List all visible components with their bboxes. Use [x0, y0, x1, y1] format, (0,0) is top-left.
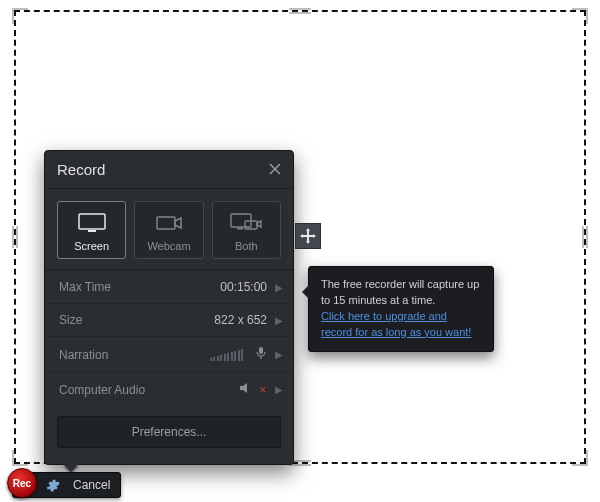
- chevron-right-icon: ▶: [275, 282, 283, 293]
- row-max-time[interactable]: Max Time 00:15:00 ▶: [45, 270, 293, 303]
- resize-handle-tr[interactable]: [572, 8, 588, 24]
- cancel-button[interactable]: Cancel: [67, 475, 116, 495]
- monitor-icon: [77, 212, 107, 234]
- upgrade-link[interactable]: Click here to upgrade and record for as …: [321, 310, 471, 338]
- record-button[interactable]: Rec: [7, 468, 37, 498]
- chevron-right-icon: ▶: [275, 349, 283, 360]
- mode-label: Both: [235, 240, 258, 252]
- preferences-label: Preferences...: [132, 425, 207, 439]
- panel-pointer: [63, 464, 79, 472]
- row-label: Size: [59, 313, 82, 327]
- svg-rect-6: [259, 347, 263, 354]
- max-time-value: 00:15:00: [220, 280, 267, 294]
- rec-label: Rec: [13, 478, 31, 489]
- resize-handle-n[interactable]: [289, 8, 311, 14]
- microphone-icon: [255, 346, 267, 363]
- resize-handle-br[interactable]: [572, 450, 588, 466]
- recorder-toolbar: Rec Cancel: [12, 472, 121, 498]
- panel-header: Record: [45, 151, 293, 189]
- svg-rect-4: [237, 228, 243, 230]
- resize-handle-e[interactable]: [582, 226, 588, 248]
- record-panel: Record Screen Webcam Both Max Time 00:15…: [44, 150, 294, 465]
- size-value: 822 x 652: [214, 313, 267, 327]
- mode-label: Screen: [74, 240, 109, 252]
- cancel-label: Cancel: [73, 478, 110, 492]
- svg-rect-1: [88, 230, 96, 232]
- mode-both[interactable]: Both: [212, 201, 281, 259]
- resize-handle-tl[interactable]: [12, 8, 28, 24]
- mode-label: Webcam: [147, 240, 190, 252]
- resize-handle-w[interactable]: [12, 226, 18, 248]
- both-icon: [229, 212, 263, 234]
- mode-screen[interactable]: Screen: [57, 201, 126, 259]
- max-time-tooltip: The free recorder will capture up to 15 …: [308, 266, 494, 352]
- preferences-button[interactable]: Preferences...: [57, 416, 281, 448]
- mode-webcam[interactable]: Webcam: [134, 201, 203, 259]
- move-handle[interactable]: [295, 223, 321, 249]
- tooltip-pointer: [302, 285, 309, 299]
- svg-rect-2: [157, 217, 175, 229]
- audio-level-meter: [210, 349, 244, 361]
- mute-x-icon: ✕: [259, 385, 267, 395]
- speaker-icon: [239, 382, 253, 397]
- settings-button[interactable]: [41, 474, 63, 496]
- row-label: Narration: [59, 348, 108, 362]
- webcam-icon: [154, 212, 184, 234]
- row-narration[interactable]: Narration ▶: [45, 336, 293, 372]
- row-label: Computer Audio: [59, 383, 145, 397]
- resize-handle-bl[interactable]: [12, 450, 28, 466]
- row-label: Max Time: [59, 280, 111, 294]
- panel-title: Record: [57, 161, 105, 178]
- chevron-right-icon: ▶: [275, 315, 283, 326]
- row-computer-audio[interactable]: Computer Audio ✕ ▶: [45, 372, 293, 406]
- move-icon: [299, 227, 317, 245]
- chevron-right-icon: ▶: [275, 384, 283, 395]
- row-size[interactable]: Size 822 x 652 ▶: [45, 303, 293, 336]
- svg-rect-0: [79, 214, 105, 229]
- close-icon[interactable]: [269, 161, 281, 178]
- mode-row: Screen Webcam Both: [45, 189, 293, 270]
- gear-icon: [45, 478, 60, 493]
- tooltip-text: The free recorder will capture up to 15 …: [321, 278, 479, 306]
